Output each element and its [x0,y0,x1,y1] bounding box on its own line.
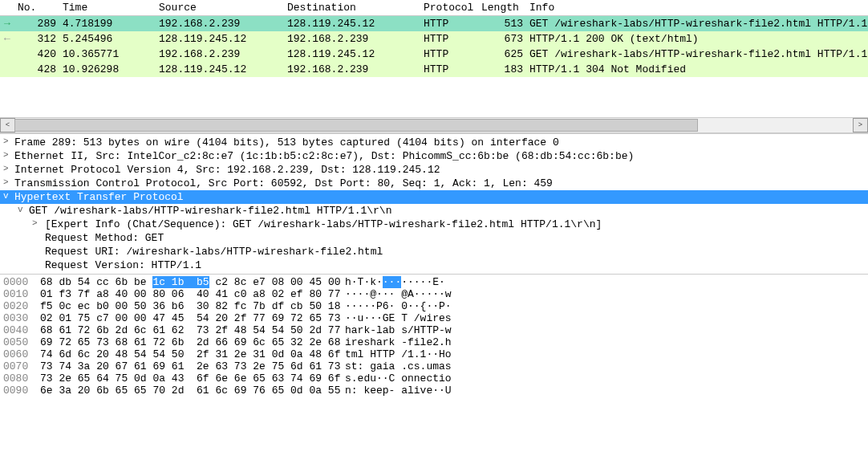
hex-ascii: s.edu··C onnectio [345,372,452,385]
hex-row[interactable]: 006074 6d 6c 20 48 54 54 50 2f 31 2e 31 … [3,348,865,360]
hex-row[interactable]: 0020f5 0c ec b0 00 50 36 b6 30 82 fc 7b … [3,300,865,312]
hex-row[interactable]: 003002 01 75 c7 00 00 47 45 54 20 2f 77 … [3,312,865,324]
hex-row[interactable]: 008073 2e 65 64 75 0d 0a 43 6f 6e 6e 65 … [3,372,865,385]
cell-info: GET /wireshark-labs/HTTP-wireshark-file2… [526,16,868,32]
cell-proto: HTTP [420,62,478,77]
hex-offset: 0070 [3,360,40,372]
hex-row[interactable]: 000068 db 54 cc 6b be 1c 1b b5 c2 8c e7 … [3,276,865,288]
cell-info: GET /wireshark-labs/HTTP-wireshark-file2… [526,47,868,62]
cell-time: 5.245496 [59,31,156,47]
col-hdr-destination[interactable]: Destination [284,0,420,16]
packet-marker-icon [0,47,14,62]
cell-src: 192.168.2.239 [156,47,284,62]
cell-len: 513 [478,16,526,32]
packet-marker-icon: → [0,16,14,32]
expand-icon[interactable]: > [32,218,42,228]
hex-bytes: 69 72 65 73 68 61 72 6b 2d 66 69 6c 65 3… [40,336,345,348]
hex-row[interactable]: 005069 72 65 73 68 61 72 6b 2d 66 69 6c … [3,336,865,348]
packet-row[interactable]: 428 10.926298 128.119.245.12 192.168.2.2… [0,62,868,77]
hex-offset: 0050 [3,336,40,348]
col-hdr-no[interactable]: No. [14,0,59,16]
tree-item-uri[interactable]: Request URI: /wireshark-labs/HTTP-wiresh… [0,245,868,258]
col-hdr-length[interactable]: Length [478,0,526,16]
hex-ascii: ····@··· @A·····w [345,288,452,300]
horizontal-scrollbar[interactable]: < > [0,117,868,133]
tree-item-request-line[interactable]: vGET /wireshark-labs/HTTP-wireshark-file… [0,204,868,218]
tree-label: Request URI: /wireshark-labs/HTTP-wiresh… [45,246,383,258]
tree-label: Ethernet II, Src: IntelCor_c2:8c:e7 (1c:… [14,150,634,162]
packet-row[interactable]: ← 312 5.245496 128.119.245.12 192.168.2.… [0,31,868,47]
cell-dst: 128.119.245.12 [284,16,420,32]
tree-label: [Expert Info (Chat/Sequence): GET /wires… [45,218,602,230]
expand-icon[interactable]: > [3,136,13,146]
collapse-icon[interactable]: v [3,191,13,201]
tree-item-ethernet[interactable]: >Ethernet II, Src: IntelCor_c2:8c:e7 (1c… [0,149,868,163]
hex-ascii: ··u···GE T /wires [345,312,452,324]
expand-icon[interactable]: > [3,177,13,187]
hex-ascii: h·T·k·········E· [345,276,445,288]
col-hdr-protocol[interactable]: Protocol [420,0,478,16]
tree-label: Internet Protocol Version 4, Src: 192.16… [14,164,440,176]
hex-row[interactable]: 004068 61 72 6b 2d 6c 61 62 73 2f 48 54 … [3,324,865,336]
hex-bytes: 01 f3 7f a8 40 00 80 06 40 41 c0 a8 02 e… [40,288,345,300]
cell-proto: HTTP [420,47,478,62]
hex-offset: 0080 [3,372,40,385]
hex-bytes: 68 db 54 cc 6b be 1c 1b b5 c2 8c e7 08 0… [40,276,345,288]
expand-icon[interactable]: > [3,164,13,173]
expand-icon[interactable]: > [3,150,13,160]
cell-time: 10.926298 [59,62,156,77]
hex-offset: 0030 [3,312,40,324]
hex-row[interactable]: 00906e 3a 20 6b 65 65 70 2d 61 6c 69 76 … [3,385,865,397]
hex-bytes: f5 0c ec b0 00 50 36 b6 30 82 fc 7b df c… [40,300,345,312]
cell-no: 428 [14,62,59,77]
cell-src: 128.119.245.12 [156,31,284,47]
col-hdr-source[interactable]: Source [156,0,284,16]
cell-no: 420 [14,47,59,62]
hex-dump[interactable]: 000068 db 54 cc 6b be 1c 1b b5 c2 8c e7 … [0,275,868,398]
hex-offset: 0000 [3,276,40,288]
hex-ascii: ·····P6· 0··{··P· [345,300,452,312]
tree-item-method[interactable]: Request Method: GET [0,231,868,245]
col-hdr-info[interactable]: Info [526,0,868,16]
cell-info: HTTP/1.1 304 Not Modified [526,62,868,77]
cell-src: 192.168.2.239 [156,16,284,32]
packet-list[interactable]: No. Time Source Destination Protocol Len… [0,0,868,134]
hex-row[interactable]: 001001 f3 7f a8 40 00 80 06 40 41 c0 a8 … [3,288,865,300]
hex-bytes: 68 61 72 6b 2d 6c 61 62 73 2f 48 54 54 5… [40,324,345,336]
hex-bytes: 73 74 3a 20 67 61 69 61 2e 63 73 2e 75 6… [40,360,345,372]
tree-item-version[interactable]: Request Version: HTTP/1.1 [0,258,868,272]
packet-row[interactable]: → 289 4.718199 192.168.2.239 128.119.245… [0,16,868,32]
packet-row[interactable]: 420 10.365771 192.168.2.239 128.119.245.… [0,47,868,62]
scroll-thumb[interactable] [14,119,698,132]
hex-bytes: 02 01 75 c7 00 00 47 45 54 20 2f 77 69 7… [40,312,345,324]
cell-time: 4.718199 [59,16,156,32]
cell-info: HTTP/1.1 200 OK (text/html) [526,31,868,47]
tree-item-frame[interactable]: >Frame 289: 513 bytes on wire (4104 bits… [0,136,868,149]
cell-len: 673 [478,31,526,47]
hex-bytes: 73 2e 65 64 75 0d 0a 43 6f 6e 6e 65 63 7… [40,372,345,385]
hex-ascii: n: keep- alive··U [345,385,452,397]
hex-offset: 0060 [3,348,40,360]
cell-proto: HTTP [420,16,478,32]
collapse-icon[interactable]: v [18,205,27,214]
hex-offset: 0010 [3,288,40,300]
tree-item-http[interactable]: vHypertext Transfer Protocol [0,190,868,204]
hex-row[interactable]: 007073 74 3a 20 67 61 69 61 2e 63 73 2e … [3,360,865,372]
tree-item-ip[interactable]: >Internet Protocol Version 4, Src: 192.1… [0,163,868,177]
cell-src: 128.119.245.12 [156,62,284,77]
scroll-left-button[interactable]: < [0,118,15,132]
col-hdr-time[interactable]: Time [59,0,156,16]
hex-ascii: st: gaia .cs.umas [345,360,452,372]
cell-proto: HTTP [420,31,478,47]
cell-dst: 128.119.245.12 [284,47,420,62]
cell-len: 183 [478,62,526,77]
cell-no: 289 [14,16,59,32]
scroll-right-button[interactable]: > [853,118,868,132]
packet-details[interactable]: >Frame 289: 513 bytes on wire (4104 bits… [0,134,868,274]
packet-marker-icon: ← [0,31,14,47]
tree-item-expert[interactable]: >[Expert Info (Chat/Sequence): GET /wire… [0,218,868,231]
hex-bytes: 6e 3a 20 6b 65 65 70 2d 61 6c 69 76 65 0… [40,385,345,397]
tree-label: GET /wireshark-labs/HTTP-wireshark-file2… [29,205,391,217]
tree-item-tcp[interactable]: >Transmission Control Protocol, Src Port… [0,177,868,190]
cell-dst: 192.168.2.239 [284,31,420,47]
